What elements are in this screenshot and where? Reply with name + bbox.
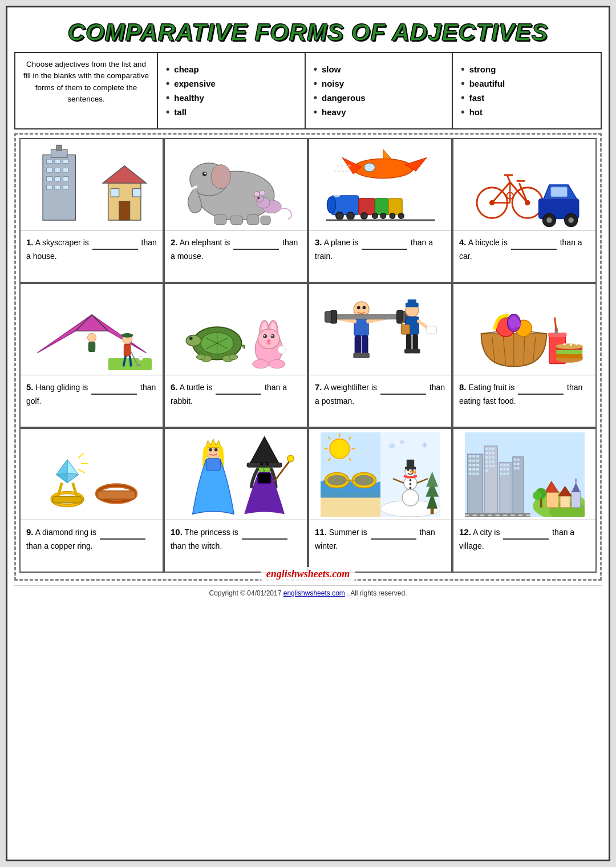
image-area-3 <box>309 139 451 230</box>
adj-item: beautiful <box>461 78 593 90</box>
svg-rect-191 <box>206 458 220 470</box>
svg-point-24 <box>204 172 206 174</box>
svg-point-48 <box>335 212 343 219</box>
image-area-12 <box>453 429 595 520</box>
svg-point-54 <box>398 213 404 218</box>
blank-11[interactable] <box>371 538 416 540</box>
svg-rect-264 <box>468 472 471 475</box>
adj-item: slow <box>314 63 444 75</box>
svg-rect-266 <box>476 472 479 475</box>
image-area-6 <box>165 284 307 375</box>
svg-point-53 <box>390 213 395 218</box>
svg-rect-142 <box>412 334 418 351</box>
svg-rect-2 <box>56 145 62 151</box>
svg-rect-146 <box>427 326 436 333</box>
blank-2[interactable] <box>233 249 279 250</box>
text-area-4: 4. A bicycle is than a car. <box>453 230 595 282</box>
svg-point-49 <box>346 212 354 219</box>
svg-rect-248 <box>572 491 580 508</box>
svg-point-104 <box>196 354 205 359</box>
svg-rect-144 <box>412 349 420 353</box>
svg-rect-132 <box>360 353 369 358</box>
svg-point-199 <box>265 462 269 465</box>
image-area-1 <box>21 139 163 230</box>
footer: Copyright © 04/01/2017 englishwsheets.co… <box>14 585 602 601</box>
text-area-12: 12. A city is than a village. <box>453 520 595 572</box>
sentence-num-3: 3. <box>315 237 322 247</box>
svg-point-34 <box>260 190 265 196</box>
svg-text:❄: ❄ <box>421 440 427 449</box>
svg-point-83 <box>87 333 96 342</box>
page-title: COMPARATIVE FORMS OF ADJECTIVES <box>14 14 602 52</box>
svg-point-52 <box>380 213 386 218</box>
image-area-4 <box>453 139 595 230</box>
blank-6[interactable] <box>216 394 261 395</box>
svg-rect-175 <box>97 491 135 499</box>
blank-5[interactable] <box>91 394 137 395</box>
svg-rect-130 <box>362 335 368 354</box>
sentence-num-4: 4. <box>459 237 467 247</box>
svg-rect-257 <box>476 459 479 461</box>
svg-marker-16 <box>103 165 146 183</box>
svg-rect-25 <box>214 214 226 224</box>
svg-point-37 <box>353 159 413 178</box>
adj-item: fast <box>461 92 593 104</box>
svg-point-170 <box>563 343 565 345</box>
sentence-num-8: 8. <box>459 382 467 392</box>
svg-rect-267 <box>484 445 497 513</box>
image-svg-1 <box>32 143 152 227</box>
text-area-11: 11. Summer is than winter. <box>309 520 451 572</box>
blank-9[interactable] <box>100 538 145 540</box>
svg-rect-143 <box>404 349 412 353</box>
svg-rect-47 <box>388 198 402 214</box>
instructions-text: Choose adjectives from the list and fill… <box>23 60 149 103</box>
image-svg-12 <box>465 432 585 517</box>
blank-7[interactable] <box>380 394 426 395</box>
exercise-cell-11: ❄ ❄ ❄ <box>308 428 452 573</box>
image-area-5 <box>21 284 163 375</box>
svg-rect-265 <box>472 472 475 475</box>
copyright-link[interactable]: englishwsheets.com <box>283 589 345 597</box>
copyright-text: Copyright © 04/01/2017 <box>209 589 281 597</box>
blank-1[interactable] <box>92 249 138 250</box>
blank-3[interactable] <box>362 249 407 250</box>
image-area-11: ❄ ❄ ❄ <box>309 429 451 520</box>
svg-point-236 <box>354 475 374 485</box>
instructions-cell: Choose adjectives from the list and fill… <box>15 53 158 128</box>
svg-rect-10 <box>55 176 60 181</box>
image-svg-8 <box>465 287 585 372</box>
blank-12[interactable] <box>503 538 549 540</box>
svg-line-89 <box>129 356 131 366</box>
svg-point-50 <box>360 212 367 218</box>
image-svg-4 <box>465 143 585 227</box>
svg-marker-190 <box>205 439 221 447</box>
blank-8[interactable] <box>518 394 564 395</box>
svg-point-116 <box>267 339 270 343</box>
adj-item: noisy <box>314 78 444 90</box>
svg-rect-291 <box>500 472 502 475</box>
svg-rect-287 <box>506 464 509 466</box>
svg-rect-28 <box>260 216 270 224</box>
blank-4[interactable] <box>511 249 557 250</box>
exercise-grid: 1. A skyscraper is than a house. <box>19 138 597 573</box>
svg-point-209 <box>409 479 411 481</box>
exercise-cell-5: 5. Hang gliding is than golf. <box>19 283 164 428</box>
adj-item: healthy <box>166 92 297 104</box>
exercise-cell-6: 6. A turtle is than a rabbit. <box>164 283 308 428</box>
text-area-7: 7. A weightlifter is than a postman. <box>309 375 451 427</box>
svg-rect-292 <box>503 472 505 475</box>
text-area-5: 5. Hang gliding is than golf. <box>21 375 163 427</box>
svg-point-224 <box>330 439 349 458</box>
header-row: Choose adjectives from the list and fill… <box>14 52 602 129</box>
image-svg-11: ❄ ❄ ❄ <box>321 432 440 517</box>
text-area-1: 1. A skyscraper is than a house. <box>21 230 163 282</box>
text-area-2: 2. An elephant is than a mouse. <box>165 230 307 282</box>
text-area-9: 9. A diamond ring is than a copper ring. <box>21 520 163 572</box>
svg-rect-280 <box>485 465 488 467</box>
adj-item: hot <box>461 106 593 118</box>
svg-rect-3 <box>46 159 52 164</box>
svg-rect-272 <box>489 452 491 454</box>
text-area-8: 8. Eating fruit is than eating fast food… <box>453 375 595 427</box>
blank-10[interactable] <box>242 538 287 540</box>
svg-text:❄: ❄ <box>399 439 404 445</box>
